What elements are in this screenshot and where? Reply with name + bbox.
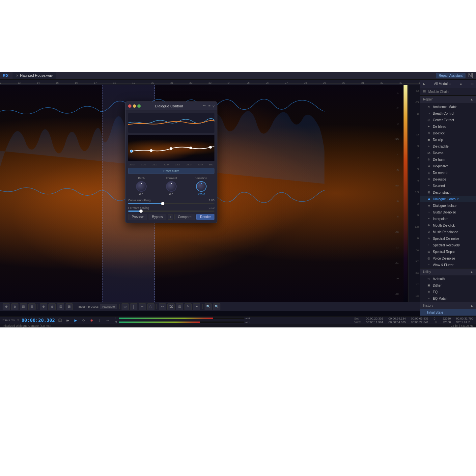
module-item-interpolate[interactable]: ~ Interpolate	[420, 215, 476, 222]
loop-btn[interactable]: ⟳	[81, 317, 87, 323]
zoom-in-btn[interactable]: ⊕	[3, 303, 10, 310]
module-item-de-clip[interactable]: ▣ De-clip	[420, 136, 476, 143]
formant-scaling-thumb[interactable]	[139, 210, 143, 213]
add-button[interactable]: +	[168, 214, 173, 220]
module-item-breath-control[interactable]: ~ Breath Control	[420, 110, 476, 117]
stamp-tool[interactable]: ⊡	[176, 303, 183, 310]
eraser-tool[interactable]: ⌫	[167, 303, 175, 310]
nl-icon[interactable]: N|	[468, 72, 473, 78]
module-item-mouth-de-click[interactable]: ⊕ Mouth De-click	[420, 222, 476, 229]
traffic-light-green[interactable]	[137, 104, 141, 108]
compare-button[interactable]: Compare	[174, 214, 195, 220]
module-item-dither[interactable]: ▣ Dither	[420, 282, 476, 289]
azimuth-icon: ◎	[427, 277, 431, 281]
freq-hz-label: Hz	[434, 321, 437, 324]
vu-r-value: -4.1	[245, 321, 250, 324]
history-item-initial[interactable]: Initial State	[420, 309, 476, 316]
module-item-de-plosive[interactable]: ◈ De-plosive	[420, 163, 476, 169]
preview-button[interactable]: Preview	[128, 214, 147, 220]
zoom-h-in-btn[interactable]: ⊕	[40, 303, 47, 310]
freq-select-tool[interactable]: ─	[139, 303, 146, 310]
active-tab[interactable]: ✕ Haunted House.wav	[13, 72, 56, 79]
brush-tool[interactable]: ✏	[159, 303, 166, 310]
module-item-de-ess[interactable]: sA De-ess	[420, 150, 476, 156]
traffic-light-yellow[interactable]	[133, 104, 136, 108]
formant-knob[interactable]	[166, 181, 177, 192]
zoom-out-btn[interactable]: ⊖	[11, 303, 18, 310]
module-item-eq-match[interactable]: ≈ EQ Match	[420, 295, 476, 302]
traffic-light-red[interactable]	[128, 104, 131, 108]
module-item-spectral-recovery[interactable]: ↑ Spectral Recovery	[420, 242, 476, 248]
zoom-fit-btn[interactable]: ⊡	[20, 303, 27, 310]
module-item-de-wind[interactable]: ~ De-wind	[420, 182, 476, 189]
zoom-out-view-btn[interactable]: 🔍	[213, 303, 220, 310]
lasso-tool[interactable]: ◌	[147, 303, 154, 310]
zoom-h-fit-btn[interactable]: ⊡	[57, 303, 64, 310]
module-item-azimuth[interactable]: ◎ Azimuth	[420, 275, 476, 282]
module-item-guitar-de-noise[interactable]: ♪ Guitar De-noise	[420, 209, 476, 215]
utility-expand-icon[interactable]: ▲	[470, 270, 473, 274]
knob-dot-3	[201, 183, 202, 184]
curve-smoothing-track[interactable]	[128, 203, 214, 204]
module-item-de-crackle[interactable]: ≈ De-crackle	[420, 143, 476, 150]
module-item-voice-de-noise[interactable]: ◎ Voice De-noise	[420, 255, 476, 262]
time-select-tool[interactable]: │	[130, 303, 137, 310]
pencil-tool[interactable]: ✎	[184, 303, 192, 310]
module-item-dialogue-contour[interactable]: ◆ Dialogue Contour	[420, 196, 476, 202]
attenuate-button[interactable]: Attenuate	[100, 304, 117, 309]
module-item-spectral-repair[interactable]: ⊞ Spectral Repair	[420, 248, 476, 255]
dialog-spectrogram-display[interactable]	[128, 135, 214, 161]
more-btn[interactable]: ⋯	[104, 317, 110, 323]
module-item-eq[interactable]: ≋ EQ	[420, 289, 476, 295]
play-btn[interactable]: ▶	[73, 317, 79, 323]
headphone-btn[interactable]: 🎧	[57, 317, 63, 323]
module-item-de-reverb[interactable]: ⌂ De-reverb	[420, 169, 476, 176]
module-item-de-hum[interactable]: ⊗ De-hum	[420, 156, 476, 163]
pitch-control: Pitch 0.0	[128, 177, 154, 196]
module-item-wow-flutter[interactable]: ~ Wow & Flutter	[420, 262, 476, 268]
module-item-dialogue-isolate[interactable]: ◈ Dialogue Isolate	[420, 202, 476, 209]
select-tool[interactable]: ▭	[122, 303, 129, 310]
spectrogram-area[interactable]: -1-2-3-3.5-4 -5-5.5-6-8-10 -12-14-20-30 …	[0, 85, 420, 302]
zoom-h-out-btn[interactable]: ⊖	[48, 303, 56, 310]
dialog-menu-icon[interactable]: ≡	[208, 104, 210, 108]
curve-smoothing-thumb[interactable]	[161, 202, 164, 205]
module-list: ≋ Ambience Match ~ Breath Control ◎ Cent…	[420, 103, 476, 316]
module-item-de-click[interactable]: ⊕ De-click	[420, 130, 476, 136]
module-item-deconstruct[interactable]: ⊞ Deconstruct	[420, 189, 476, 196]
dialog-titlebar: Dialogue Contour 〜 ≡ ?	[126, 102, 217, 110]
formant-scaling-track[interactable]	[128, 210, 214, 212]
bypass-button[interactable]: Bypass	[149, 214, 167, 220]
modules-icon[interactable]: ≡	[460, 82, 462, 86]
spectral-view[interactable]: 1213141516171819202122232425262728293031…	[0, 80, 420, 316]
module-item-center-extract[interactable]: ◎ Center Extract	[420, 117, 476, 123]
module-item-ambience-match[interactable]: ≋ Ambience Match	[420, 103, 476, 110]
module-item-music-rebalance[interactable]: ♫ Music Rebalance	[420, 229, 476, 235]
dialog-help-icon[interactable]: ?	[212, 104, 214, 108]
repair-expand-icon[interactable]: ▲	[470, 98, 473, 101]
dialog-waveform-icon[interactable]: 〜	[203, 103, 206, 108]
zoom-h-sel-btn[interactable]: ⊞	[66, 303, 73, 310]
variation-knob[interactable]	[196, 181, 207, 192]
voice-de-noise-label: Voice De-noise	[433, 257, 455, 260]
record-btn[interactable]: ⏺	[89, 317, 95, 323]
repair-assistant-button[interactable]: Repair Assistant	[436, 73, 465, 78]
modules-settings-icon[interactable]: ⊞	[471, 82, 473, 86]
all-modules-label: All Modules	[434, 82, 451, 86]
module-item-de-bleed[interactable]: ✦ De-bleed	[420, 123, 476, 130]
zoom-view-btn[interactable]: 🔍	[205, 303, 212, 310]
zoom-sel-btn[interactable]: ⊞	[28, 303, 36, 310]
back-to-start-btn[interactable]: ⏮	[65, 317, 71, 323]
history-expand-icon[interactable]: ▲	[470, 304, 473, 307]
module-item-de-rustle[interactable]: ≋ De-rustle	[420, 176, 476, 182]
tab-close-icon[interactable]: ✕	[16, 74, 18, 77]
utility-label: Utility	[423, 270, 431, 274]
module-item-spectral-de-noise[interactable]: ≋ Spectral De-noise	[420, 235, 476, 242]
time-format-down-icon[interactable]: ▼	[17, 319, 20, 322]
pitch-knob[interactable]	[136, 181, 147, 192]
title-bar: RX ✕ Haunted House.wav Repair Assistant …	[0, 72, 476, 79]
render-button[interactable]: Render	[196, 214, 214, 220]
metronome-btn[interactable]: ♩	[97, 317, 102, 323]
reset-curve-button[interactable]: Reset curve	[128, 168, 214, 174]
magic-wand-tool[interactable]: ✦	[193, 303, 200, 310]
